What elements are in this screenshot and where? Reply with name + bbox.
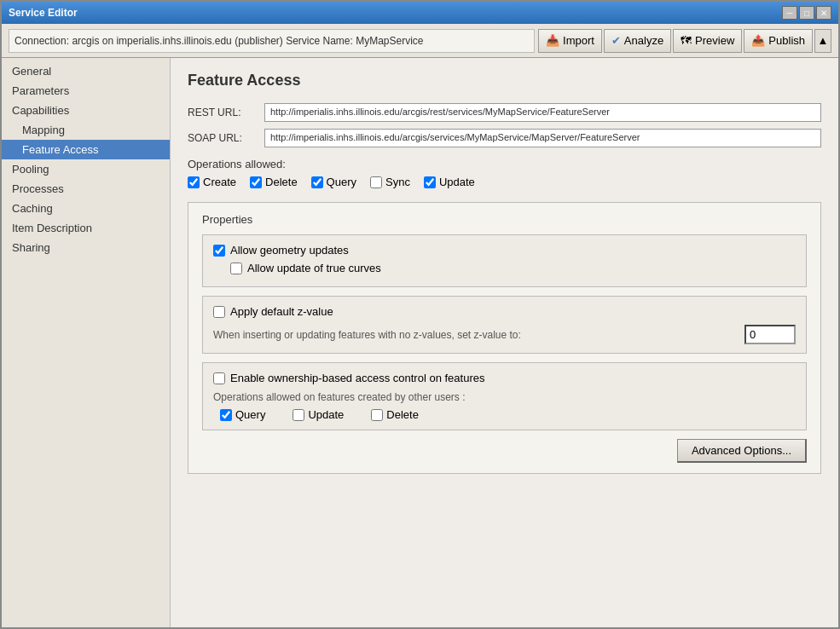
op-query-label: Query [327,176,356,188]
ownership-query-checkbox[interactable] [220,409,232,421]
ownership-label: Enable ownership-based access control on… [230,372,484,384]
preview-label: Preview [695,34,734,47]
url-section: REST URL: http://imperialis.inhs.illinoi… [188,103,821,147]
ownership-checkboxes: Query Update Delete [220,408,796,421]
toolbar-buttons: 📥 Import ✔ Analyze 🗺 Preview 📤 Publish ▲ [538,29,831,53]
soap-url-row: SOAP URL: http://imperialis.inhs.illinoi… [188,129,821,147]
sidebar-item-capabilities[interactable]: Capabilities [2,101,170,120]
op-update: Update [424,176,475,188]
main-panel: Feature Access REST URL: http://imperial… [171,58,838,627]
rest-url-label: REST URL: [188,107,264,118]
page-title: Feature Access [188,72,821,89]
op-delete-checkbox[interactable] [250,176,262,188]
operations-section: Operations allowed: Create Delete Query [188,158,821,188]
ownership-update-label: Update [308,408,344,421]
apply-z-value-checkbox[interactable] [213,306,225,318]
ownership-delete-checkbox[interactable] [371,409,383,421]
z-value-input[interactable] [744,325,796,344]
close-button[interactable]: ✕ [816,6,831,20]
ownership-checkbox[interactable] [213,372,225,384]
analyze-button[interactable]: ✔ Analyze [604,29,671,53]
op-sync-checkbox[interactable] [370,176,382,188]
apply-z-value-row: Apply default z-value [213,305,796,318]
properties-box: Properties Allow geometry updates Allow … [188,202,821,474]
op-sync: Sync [370,176,410,188]
true-curves-sub: Allow update of true curves [230,262,796,274]
op-query-checkbox[interactable] [311,176,323,188]
apply-z-value-label: Apply default z-value [230,305,333,318]
sidebar-item-general[interactable]: General [2,61,170,81]
import-label: Import [563,34,594,47]
title-bar: Service Editor ─ □ ✕ [2,2,838,24]
op-query: Query [311,176,356,188]
ownership-box: Enable ownership-based access control on… [202,362,807,430]
op-update-label: Update [439,176,475,188]
sidebar-item-sharing[interactable]: Sharing [2,238,170,257]
publish-button[interactable]: 📤 Publish [744,29,813,53]
sidebar: General Parameters Capabilities Mapping … [2,58,171,627]
ownership-header: Enable ownership-based access control on… [213,372,796,384]
z-value-box: Apply default z-value When inserting or … [202,296,807,354]
allow-true-curves-label: Allow update of true curves [247,262,381,274]
z-value-description: When inserting or updating features with… [213,329,738,341]
window: Service Editor ─ □ ✕ Connection: arcgis … [0,0,840,629]
toolbar: Connection: arcgis on imperialis.inhs.il… [2,24,838,58]
op-create-checkbox[interactable] [188,176,200,188]
ownership-query: Query [220,408,265,421]
toolbar-scroll[interactable]: ▲ [814,29,831,53]
geometry-updates-box: Allow geometry updates Allow update of t… [202,234,807,287]
op-create-label: Create [203,176,236,188]
sidebar-item-feature-access[interactable]: Feature Access [2,140,170,159]
advanced-btn-row: Advanced Options... [202,439,807,463]
sidebar-item-parameters[interactable]: Parameters [2,81,170,101]
allow-true-curves-row: Allow update of true curves [230,262,796,274]
op-delete-label: Delete [265,176,298,188]
check-icon: ✔ [611,34,621,47]
sidebar-item-processes[interactable]: Processes [2,179,170,199]
advanced-options-button[interactable]: Advanced Options... [677,439,807,463]
op-sync-label: Sync [385,176,410,188]
maximize-button[interactable]: □ [799,6,814,20]
ownership-delete: Delete [371,408,419,421]
rest-url-row: REST URL: http://imperialis.inhs.illinoi… [188,103,821,122]
connection-info: Connection: arcgis on imperialis.inhs.il… [9,29,535,53]
content: General Parameters Capabilities Mapping … [2,58,838,627]
allow-geometry-label: Allow geometry updates [230,244,349,257]
op-delete: Delete [250,176,298,188]
soap-url-label: SOAP URL: [188,132,264,144]
ownership-update-checkbox[interactable] [293,409,304,421]
op-create: Create [188,176,236,188]
soap-url-value: http://imperialis.inhs.illinois.edu/arcg… [264,129,821,147]
properties-title: Properties [202,213,807,226]
rest-url-value: http://imperialis.inhs.illinois.edu/arcg… [264,103,821,122]
publish-icon: 📤 [751,34,765,47]
allow-geometry-checkbox[interactable] [213,245,225,257]
import-button[interactable]: 📥 Import [538,29,602,53]
ownership-delete-label: Delete [386,408,419,421]
sidebar-item-caching[interactable]: Caching [2,199,170,218]
sidebar-item-pooling[interactable]: Pooling [2,159,170,179]
allow-true-curves-checkbox[interactable] [230,263,242,274]
window-title: Service Editor [9,7,78,19]
preview-icon: 🗺 [681,34,692,47]
ownership-query-label: Query [235,408,265,421]
ownership-sub-label: Operations allowed on features created b… [213,391,796,403]
ownership-update: Update [293,408,344,421]
import-icon: 📥 [546,34,559,47]
preview-button[interactable]: 🗺 Preview [673,29,742,53]
op-update-checkbox[interactable] [424,176,436,188]
title-bar-controls: ─ □ ✕ [782,6,831,20]
operations-checkboxes: Create Delete Query Sync [188,176,821,188]
analyze-label: Analyze [624,34,663,47]
operations-label: Operations allowed: [188,158,821,170]
publish-label: Publish [768,34,805,47]
z-value-input-row: When inserting or updating features with… [213,325,796,344]
allow-geometry-row: Allow geometry updates [213,244,796,257]
minimize-button[interactable]: ─ [782,6,797,20]
sidebar-item-mapping[interactable]: Mapping [2,120,170,140]
sidebar-item-item-description[interactable]: Item Description [2,218,170,238]
